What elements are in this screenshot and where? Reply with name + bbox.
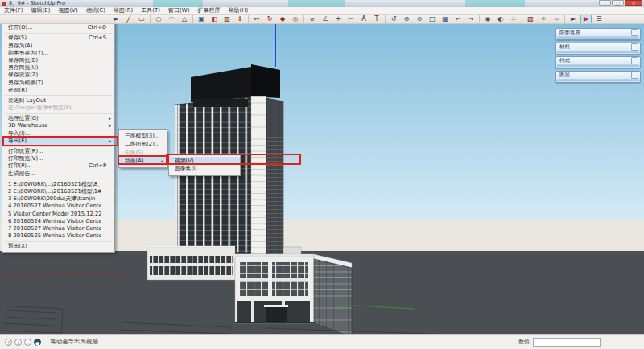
rollup-button-icon[interactable] xyxy=(631,72,638,79)
menu-item[interactable]: 副本另存为(Y)... xyxy=(2,50,114,57)
dimension-tool-icon[interactable]: ⊢ xyxy=(345,14,357,23)
measurement-input[interactable] xyxy=(533,338,601,347)
menu-item[interactable]: 另存为(A)... xyxy=(2,43,114,50)
section-plane-icon[interactable]: ▧ xyxy=(525,14,536,23)
status-credit-icon[interactable]: ● xyxy=(34,339,41,346)
menu-item[interactable] xyxy=(5,33,112,34)
menu-item[interactable]: 保存(S) Ctrl+S xyxy=(2,35,114,42)
menubar-item[interactable]: 窗口(W) xyxy=(164,7,193,14)
menu-item[interactable]: 另存为模板(T)... xyxy=(2,80,114,87)
menu-item[interactable]: 打印设置(R)... xyxy=(2,148,114,155)
rollup-button-icon[interactable] xyxy=(631,57,638,64)
move-tool-icon[interactable]: ↔ xyxy=(251,14,262,23)
menu-item[interactable]: 8 20160525 Wenhua Visitor Center xyxy=(2,232,114,240)
export-video-icon[interactable]: ▶ xyxy=(580,14,592,23)
position-camera-icon[interactable]: ◉ xyxy=(482,14,493,23)
tray-panel[interactable]: 阴影设置 xyxy=(555,28,641,40)
tray-panel-header[interactable]: 阴影设置 xyxy=(556,29,640,36)
export-animation-icon[interactable]: ► xyxy=(568,14,579,23)
protractor-icon[interactable]: ∠ xyxy=(320,14,331,23)
menu-item[interactable]: 另存回批(U) xyxy=(2,64,114,72)
tray-panel-header[interactable]: 样式 xyxy=(556,57,640,64)
circle-tool-icon[interactable]: ○ xyxy=(153,14,164,23)
fog-toggle-icon[interactable]: ≈ xyxy=(551,14,562,23)
menu-item[interactable]: 6 20160524 Wenhua Visitor Center xyxy=(2,218,114,225)
model-info-icon[interactable]: ☰ xyxy=(593,14,605,23)
status-info-icon[interactable]: i xyxy=(14,339,22,346)
next-view-icon[interactable]: → xyxy=(465,14,477,23)
menu-item[interactable] xyxy=(5,113,112,114)
menu-item[interactable]: 退出(X) xyxy=(2,243,114,250)
tray-panel-header[interactable]: 图层 xyxy=(556,72,640,79)
menu-item[interactable]: 图像集(I)... xyxy=(169,165,240,173)
menubar-item[interactable]: 文件(F) xyxy=(0,7,27,14)
push-pull-icon[interactable]: ↕ xyxy=(234,14,246,23)
menu-item[interactable]: 导出(E) ▸ xyxy=(2,138,114,145)
zoom-tool-icon[interactable]: ⊙ xyxy=(414,14,425,23)
menu-item[interactable]: 打印(P)... Ctrl+P xyxy=(2,162,114,170)
menu-item[interactable]: 生成报告... xyxy=(2,170,114,178)
offset-tool-icon[interactable]: ◎ xyxy=(290,14,301,23)
arc-tool-icon[interactable]: ◠ xyxy=(166,14,177,23)
minimize-button[interactable]: – xyxy=(599,0,611,6)
tray-panel[interactable]: 图层 xyxy=(555,71,641,83)
menu-item[interactable]: 发送到 LayOut xyxy=(2,97,114,105)
maximize-button[interactable]: □ xyxy=(612,0,624,6)
status-geolocation-icon[interactable]: ◦ xyxy=(24,339,31,346)
tray-panel[interactable]: 样式 xyxy=(555,56,641,68)
menu-item[interactable]: 打印预览(V)... xyxy=(2,155,114,162)
menu-item[interactable]: 三维模型(3)... xyxy=(119,132,167,140)
menu-item[interactable]: 7 20160527 Wenhua Visitor Center xyxy=(2,225,114,232)
rotate-tool-icon[interactable]: ↻ xyxy=(264,14,275,23)
menu-item[interactable]: 3D Warehouse ▸ xyxy=(2,122,114,129)
menubar-item[interactable]: 编辑(E) xyxy=(27,7,55,14)
make-component-icon[interactable]: ▣ xyxy=(196,14,207,23)
menubar-item[interactable]: 扩展程序 xyxy=(193,7,224,14)
menubar-item[interactable]: 工具(T) xyxy=(137,7,164,14)
menubar-item[interactable]: 相机(C) xyxy=(82,7,109,14)
menubar-item[interactable]: 帮助(H) xyxy=(224,7,252,14)
polygon-tool-icon[interactable]: △ xyxy=(179,14,190,23)
previous-view-icon[interactable]: ← xyxy=(452,14,464,23)
rollup-button-icon[interactable] xyxy=(631,29,638,36)
shadows-toggle-icon[interactable]: ☀ xyxy=(538,14,549,23)
menu-item[interactable]: 还原(R) xyxy=(2,87,114,94)
menu-item[interactable] xyxy=(5,179,112,179)
menubar-item[interactable]: 绘图(R) xyxy=(109,7,137,14)
paint-bucket-icon[interactable]: ◧ xyxy=(208,14,220,23)
menu-item[interactable]: 导入(I)... xyxy=(2,130,114,138)
close-button[interactable]: × xyxy=(625,0,642,6)
menu-item[interactable]: 在 Google 地球中预览(E) xyxy=(2,105,114,112)
menubar-item[interactable]: 视图(V) xyxy=(54,7,81,14)
eraser-icon[interactable]: ▨ xyxy=(221,14,233,23)
line-tool-icon[interactable]: ╱ xyxy=(123,14,134,23)
menu-item[interactable]: 动画(A) ▸ xyxy=(119,157,167,165)
status-help-icon[interactable]: ? xyxy=(5,339,12,346)
3d-text-tool-icon[interactable]: T xyxy=(371,14,382,23)
axes-tool-icon[interactable]: + xyxy=(332,14,344,23)
menu-item[interactable] xyxy=(5,146,112,147)
menu-item[interactable]: 剖面(S)... xyxy=(119,149,167,157)
tray-panel-header[interactable]: 材料 xyxy=(556,43,640,51)
rectangle-tool-icon[interactable]: ▭ xyxy=(136,14,147,23)
rollup-button-icon[interactable] xyxy=(631,43,638,51)
text-tool-icon[interactable]: A xyxy=(358,14,369,23)
menu-item[interactable]: 视频(V)... xyxy=(169,157,240,165)
menu-item[interactable]: 保存回批(B) xyxy=(2,57,114,64)
zoom-window-icon[interactable]: □ xyxy=(427,14,438,23)
pan-tool-icon[interactable]: ⊕ xyxy=(401,14,412,23)
look-around-icon[interactable]: ◐ xyxy=(495,14,506,23)
select-tool-icon[interactable]: ► xyxy=(110,14,122,23)
menu-item[interactable]: 4 20160527 Wenhua Visitor Center xyxy=(2,203,114,210)
menu-item[interactable]: 5 Visitor Center Model 2015.12.22 xyxy=(2,211,114,218)
menu-item[interactable]: 1 E:\00WORK\...\20160521模型\8、9# xyxy=(2,181,114,188)
scale-tool-icon[interactable]: ◆ xyxy=(277,14,288,23)
orbit-tool-icon[interactable]: ↺ xyxy=(388,14,399,23)
menu-item[interactable]: 二维图形(2)... xyxy=(119,140,167,148)
walk-tool-icon[interactable]: ∴ xyxy=(508,14,519,23)
menu-item[interactable]: 地理位置(G) ▸ xyxy=(2,115,114,122)
tape-measure-icon[interactable]: ⌀ xyxy=(307,14,318,23)
menu-item[interactable] xyxy=(5,95,112,96)
tray-panel[interactable]: 材料 xyxy=(555,43,641,55)
menu-item[interactable]: 打开(O)... Ctrl+O xyxy=(2,24,114,31)
